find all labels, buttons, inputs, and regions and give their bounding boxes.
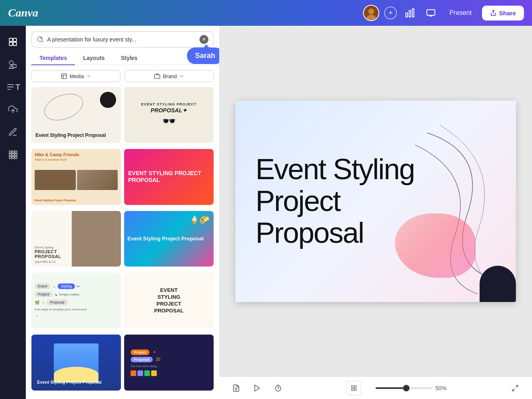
template-card-9[interactable]: Event Styling Project Proposal bbox=[31, 335, 121, 391]
icon-sidebar: T bbox=[0, 26, 26, 399]
sarah-tooltip: Sarah bbox=[187, 48, 219, 64]
template-card-6[interactable]: Event Styling Project Proposal 🍦🌮 bbox=[124, 211, 214, 267]
zoom-slider[interactable] bbox=[376, 387, 432, 389]
svg-rect-25 bbox=[62, 74, 66, 79]
template-card-10[interactable]: Project ✦ Proposal 20 See how we're doin… bbox=[124, 335, 214, 391]
tab-layouts[interactable]: Layouts bbox=[75, 52, 113, 65]
svg-point-11 bbox=[9, 61, 13, 65]
svg-rect-22 bbox=[12, 157, 14, 159]
svg-rect-20 bbox=[15, 154, 17, 156]
svg-rect-26 bbox=[154, 75, 160, 79]
template-subtitle-3: Event Styling Project Proposal bbox=[35, 199, 118, 202]
template-title-8: EVENTSTYLINGPROJECTPROPOSAL bbox=[154, 287, 184, 314]
stats-icon[interactable] bbox=[402, 5, 418, 21]
template-title-1: Event Styling Project Proposal bbox=[35, 132, 117, 139]
svg-rect-15 bbox=[9, 151, 11, 153]
template-title-3: Hike & Camp Friends Take out summer tour… bbox=[35, 152, 118, 161]
bottom-right-controls bbox=[508, 381, 522, 395]
slide-dark-circle bbox=[480, 266, 516, 302]
svg-rect-12 bbox=[13, 64, 16, 68]
template-brand-5: SALFORD & CO bbox=[35, 260, 118, 263]
sidebar-icon-apps[interactable] bbox=[3, 145, 23, 164]
svg-line-35 bbox=[516, 385, 518, 387]
slide[interactable]: Event Styling Project Proposal bbox=[235, 101, 516, 302]
template-emoji-6: 🍦🌮 bbox=[189, 215, 210, 225]
brand-filter-button[interactable]: Brand bbox=[125, 70, 214, 82]
svg-rect-31 bbox=[351, 386, 353, 388]
template-card-1[interactable]: Event Styling Project Proposal bbox=[31, 87, 121, 143]
sidebar-icon-panels[interactable] bbox=[3, 32, 23, 52]
svg-rect-34 bbox=[354, 389, 356, 391]
templates-panel: ✕ Sarah Templates Layouts Styles Media B… bbox=[26, 26, 219, 399]
sidebar-icon-text[interactable]: T bbox=[3, 77, 23, 97]
svg-rect-18 bbox=[9, 154, 11, 156]
svg-rect-3 bbox=[406, 13, 407, 17]
svg-marker-29 bbox=[255, 385, 260, 391]
avatar[interactable] bbox=[363, 5, 379, 21]
zoom-percent: 50% bbox=[435, 385, 447, 391]
present-icon[interactable] bbox=[423, 5, 439, 21]
svg-rect-21 bbox=[9, 157, 11, 159]
template-card-3[interactable]: Hike & Camp Friends Take out summer tour… bbox=[31, 149, 121, 205]
zoom-thumb[interactable] bbox=[403, 385, 409, 391]
grid-view-button[interactable] bbox=[347, 381, 361, 395]
sidebar-icon-draw[interactable] bbox=[3, 122, 23, 142]
search-clear-button[interactable]: ✕ bbox=[200, 35, 208, 44]
tag-styling: Styling bbox=[58, 283, 75, 289]
svg-rect-16 bbox=[12, 151, 14, 153]
svg-rect-17 bbox=[15, 151, 17, 153]
bottom-left-controls bbox=[229, 381, 285, 395]
template-title-mid-5: PROJECTPROPOSAL bbox=[35, 249, 118, 259]
topbar: Canva + Present Share bbox=[0, 0, 532, 26]
present-button[interactable]: Present bbox=[444, 6, 477, 20]
template-title-top-5: Event Styling bbox=[35, 246, 118, 249]
tab-templates[interactable]: Templates bbox=[31, 52, 75, 65]
template-title-top-2: EVENT STYLING PROJECT bbox=[141, 102, 197, 106]
svg-rect-8 bbox=[13, 38, 17, 41]
zoom-controls: 50% bbox=[347, 381, 447, 395]
canvas-area: Event Styling Project Proposal bbox=[219, 26, 532, 399]
svg-rect-23 bbox=[15, 157, 17, 159]
sidebar-icon-upload[interactable] bbox=[3, 100, 23, 119]
template-card-5[interactable]: Event Styling PROJECTPROPOSAL SALFORD & … bbox=[31, 211, 121, 267]
search-input[interactable] bbox=[47, 36, 196, 43]
media-filter-button[interactable]: Media bbox=[31, 70, 121, 82]
sidebar-icon-shapes[interactable] bbox=[3, 55, 23, 74]
main-layout: T ✕ Sarah Templates Layouts Styles bbox=[0, 26, 532, 399]
bottom-bar: 50% bbox=[219, 376, 532, 399]
svg-rect-33 bbox=[351, 389, 353, 391]
template-card-2[interactable]: EVENT STYLING PROJECT PROPOSAL✦ 🕶️ bbox=[124, 87, 214, 143]
tag-project: Project bbox=[35, 291, 52, 297]
search-icon bbox=[37, 36, 44, 43]
filter-row: Media Brand bbox=[26, 65, 219, 87]
svg-line-36 bbox=[512, 389, 514, 391]
svg-point-1 bbox=[368, 8, 374, 14]
canva-logo: Canva bbox=[8, 6, 38, 19]
template-card-7[interactable]: Event → Styling ✂ Project ↘ Simply craft… bbox=[31, 273, 121, 329]
template-title-big-2: PROPOSAL✦ bbox=[151, 107, 187, 114]
template-subtitle-7: Fun ways to simplify your next event bbox=[35, 308, 118, 311]
timer-icon[interactable] bbox=[271, 381, 285, 395]
fullscreen-button[interactable] bbox=[508, 381, 522, 395]
svg-rect-7 bbox=[9, 38, 12, 41]
tab-styles[interactable]: Styles bbox=[113, 52, 145, 65]
notes-icon[interactable] bbox=[229, 381, 243, 395]
search-area: ✕ Sarah bbox=[26, 26, 219, 48]
canvas-stage[interactable]: Event Styling Project Proposal bbox=[219, 26, 532, 376]
template-card-8[interactable]: EVENTSTYLINGPROJECTPROPOSAL bbox=[124, 273, 214, 329]
template-mascot-2: 🕶️ bbox=[162, 114, 176, 128]
svg-rect-6 bbox=[427, 10, 435, 15]
share-button[interactable]: Share bbox=[482, 6, 524, 21]
tag-project-label: Project bbox=[131, 349, 150, 355]
tag-proposal-label: Proposal bbox=[131, 357, 153, 362]
search-bar[interactable]: ✕ bbox=[31, 31, 214, 48]
svg-rect-5 bbox=[412, 9, 414, 17]
add-button[interactable]: + bbox=[384, 6, 397, 19]
play-icon[interactable] bbox=[250, 381, 264, 395]
topbar-right: + Present Share bbox=[363, 5, 524, 21]
svg-rect-9 bbox=[9, 42, 12, 45]
tag-event: Event bbox=[35, 283, 50, 289]
template-card-4[interactable]: EVENT STYLING PROJECT PROPOSAL bbox=[124, 149, 214, 205]
svg-rect-4 bbox=[409, 10, 411, 17]
template-title-9: Event Styling Project Proposal bbox=[37, 379, 102, 385]
